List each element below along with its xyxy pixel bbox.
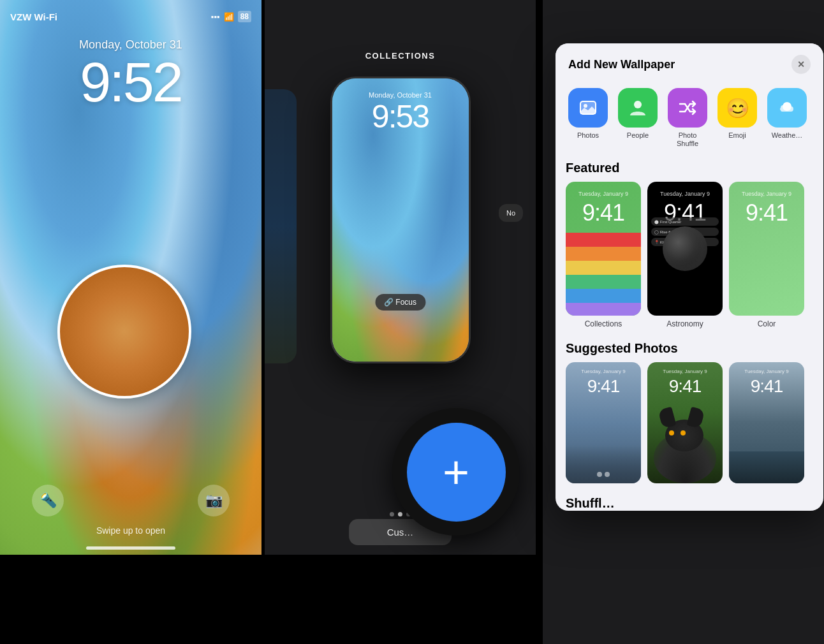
featured-collections-wrap: Tuesday, January 9 9:41 Collections bbox=[566, 182, 641, 328]
wifi-icon: 📶 bbox=[224, 12, 234, 22]
category-emoji[interactable]: 😊 Emoji bbox=[715, 88, 760, 148]
weather-icon bbox=[767, 88, 807, 128]
dog-date: Tuesday, January 9 bbox=[647, 369, 723, 374]
water-date: Tuesday, January 9 bbox=[729, 369, 804, 374]
lockscreen-background: VZW Wi-Fi ▪▪▪ 📶 88 Monday, October 31 9:… bbox=[0, 0, 261, 555]
category-shuffle[interactable]: Photo Shuffle bbox=[665, 88, 710, 148]
color-date: Tuesday, January 9 bbox=[729, 191, 804, 197]
people-icon bbox=[618, 88, 658, 128]
add-wallpaper-modal: Add New Wallpaper ✕ Photos bbox=[555, 43, 823, 511]
focus-pill[interactable]: 🔗 Focus bbox=[375, 294, 425, 311]
phone-time: 9:53 bbox=[332, 101, 469, 133]
stripe-red bbox=[566, 233, 641, 247]
rainbow-stripes bbox=[566, 233, 641, 316]
astronomy-bg: Tuesday, January 9 9:41 ⬤ First Quarter … bbox=[647, 182, 723, 316]
swipe-hint: Swipe up to open bbox=[0, 525, 261, 536]
collections-clock: 9:41 bbox=[566, 200, 641, 226]
suggested-city-card[interactable]: Tuesday, January 9 9:41 bbox=[566, 362, 641, 483]
city-clock: 9:41 bbox=[566, 376, 641, 397]
svg-point-2 bbox=[584, 104, 587, 108]
category-row: Photos People bbox=[555, 82, 823, 158]
stripe-green bbox=[566, 275, 641, 289]
dog-clock: 9:41 bbox=[647, 376, 723, 397]
dot-2 bbox=[398, 512, 402, 516]
stripe-purple bbox=[566, 303, 641, 316]
emoji-label: Emoji bbox=[728, 131, 746, 140]
status-bar: VZW Wi-Fi ▪▪▪ 📶 88 bbox=[0, 0, 261, 28]
date-label: Monday, October 31 bbox=[0, 38, 261, 52]
city-bg: Tuesday, January 9 9:41 bbox=[566, 362, 641, 483]
collections-bg: Tuesday, January 9 9:41 bbox=[566, 182, 641, 316]
bottom-controls: 🔦 📷 bbox=[0, 485, 261, 516]
suggested-section-title: Suggested Photos bbox=[555, 339, 823, 362]
home-indicator bbox=[86, 546, 175, 550]
modal-header: Add New Wallpaper ✕ bbox=[555, 43, 823, 82]
color-clock: 9:41 bbox=[729, 200, 804, 226]
astronomy-label: Astronomy bbox=[647, 316, 723, 328]
dog-bg: Tuesday, January 9 9:41 bbox=[647, 362, 723, 483]
photos-label: Photos bbox=[577, 131, 599, 140]
stripe-yellow bbox=[566, 261, 641, 275]
circle-widget bbox=[57, 265, 191, 399]
collections-header: COLLECTIONS bbox=[265, 51, 536, 61]
modal-title: Add New Wallpaper bbox=[568, 58, 675, 71]
camera-button[interactable]: 📷 bbox=[198, 485, 230, 516]
category-people[interactable]: People bbox=[615, 88, 660, 148]
notification-pill: No bbox=[499, 204, 523, 222]
phone-date: Monday, October 31 bbox=[332, 91, 469, 99]
city-date: Tuesday, January 9 bbox=[566, 369, 641, 374]
weather-label: Weathe… bbox=[772, 131, 803, 140]
featured-color-card[interactable]: Tuesday, January 9 9:41 bbox=[729, 182, 804, 316]
moon-image bbox=[663, 226, 707, 271]
time-label: 9:52 bbox=[0, 54, 261, 110]
left-panel: VZW Wi-Fi ▪▪▪ 📶 88 Monday, October 31 9:… bbox=[0, 0, 261, 555]
shuffle-icon bbox=[668, 88, 707, 128]
featured-astronomy-wrap: Tuesday, January 9 9:41 ⬤ First Quarter … bbox=[647, 182, 723, 328]
stripe-blue bbox=[566, 289, 641, 303]
top-black-bar bbox=[543, 0, 824, 43]
emoji-icon: 😊 bbox=[717, 88, 757, 128]
shuffle-section-title: Shuffl… bbox=[555, 494, 823, 511]
suggested-water-card[interactable]: Tuesday, January 9 9:41 bbox=[729, 362, 804, 483]
modal-close-button[interactable]: ✕ bbox=[791, 55, 811, 74]
collections-label: Collections bbox=[566, 316, 641, 328]
astronomy-date: Tuesday, January 9 bbox=[647, 191, 723, 197]
water-clock: 9:41 bbox=[729, 376, 804, 397]
status-icons: ▪▪▪ 📶 88 bbox=[211, 11, 251, 22]
astro-widget-1: ⬤ First Quarter bbox=[651, 217, 719, 226]
right-panel: Add New Wallpaper ✕ Photos bbox=[543, 0, 824, 644]
color-label: Color bbox=[729, 316, 804, 328]
water-bg: Tuesday, January 9 9:41 bbox=[729, 362, 804, 483]
phone-screen: Monday, October 31 9:53 🔗 Focus bbox=[332, 78, 469, 362]
dot-1 bbox=[390, 512, 394, 516]
svg-point-3 bbox=[634, 101, 642, 108]
featured-section-title: Featured bbox=[555, 158, 823, 182]
add-wallpaper-plus-button[interactable]: + bbox=[392, 408, 520, 536]
featured-astronomy-card[interactable]: Tuesday, January 9 9:41 ⬤ First Quarter … bbox=[647, 182, 723, 316]
category-weather[interactable]: Weathe… bbox=[765, 88, 809, 148]
shuffle-label: Photo Shuffle bbox=[677, 131, 698, 148]
battery-indicator: 88 bbox=[238, 11, 251, 22]
featured-row: Tuesday, January 9 9:41 Collections bbox=[555, 182, 823, 339]
category-photos[interactable]: Photos bbox=[566, 88, 610, 148]
featured-collections-card[interactable]: Tuesday, January 9 9:41 bbox=[566, 182, 641, 316]
carrier-label: VZW Wi-Fi bbox=[10, 11, 57, 22]
flashlight-button[interactable]: 🔦 bbox=[32, 485, 64, 516]
collections-date: Tuesday, January 9 bbox=[566, 191, 641, 197]
suggested-row: Tuesday, January 9 9:41 Tuesday, January… bbox=[555, 362, 823, 494]
side-phone-ghost bbox=[265, 89, 297, 363]
featured-color-wrap: Tuesday, January 9 9:41 Color bbox=[729, 182, 804, 328]
stripe-orange bbox=[566, 247, 641, 261]
plus-icon: + bbox=[407, 423, 506, 522]
signal-icon: ▪▪▪ bbox=[211, 12, 220, 22]
suggested-dog-card[interactable]: Tuesday, January 9 9:41 bbox=[647, 362, 723, 483]
phone-mockup: Monday, October 31 9:53 🔗 Focus bbox=[330, 77, 471, 363]
color-bg: Tuesday, January 9 9:41 bbox=[729, 182, 804, 316]
people-label: People bbox=[627, 131, 649, 140]
photos-icon bbox=[568, 88, 608, 128]
date-time-display: Monday, October 31 9:52 bbox=[0, 38, 261, 110]
